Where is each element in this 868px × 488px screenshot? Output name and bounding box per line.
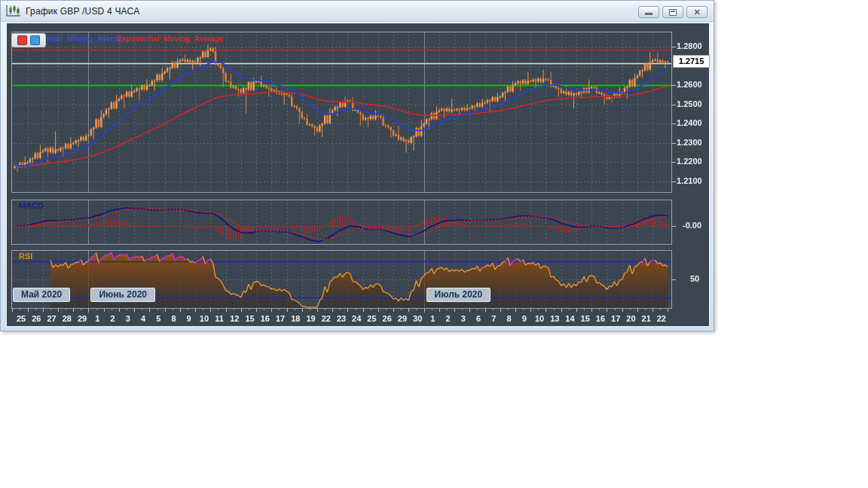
x-axis-label: 3 <box>126 314 130 323</box>
x-axis-label: 22 <box>322 314 331 323</box>
x-axis-label: 15 <box>581 314 590 323</box>
month-label: Июль 2020 <box>426 288 491 302</box>
minimize-button[interactable] <box>638 6 659 18</box>
x-axis-label: 12 <box>230 314 239 323</box>
x-axis-label: 20 <box>626 314 635 323</box>
window-title: График GBP /USD 4 ЧАСА <box>26 6 139 17</box>
x-axis-label: 30 <box>413 314 422 323</box>
chart-client-area: Exponential_Moving_Average Exponential_M… <box>6 23 710 327</box>
x-axis-label: 2 <box>110 314 115 323</box>
x-axis-label: 16 <box>261 314 270 323</box>
price-axis-label: 1.2500 <box>677 99 702 108</box>
x-axis-label: 4 <box>141 314 145 323</box>
x-axis-label: 29 <box>78 314 87 323</box>
red-square-button[interactable] <box>17 35 27 45</box>
x-axis-label: 17 <box>276 314 285 323</box>
legend-ema-slow: Exponential_Moving_Average <box>117 35 224 43</box>
price-axis-label: 1.2300 <box>677 138 702 147</box>
x-axis-label: 19 <box>306 314 315 323</box>
x-axis-label: 14 <box>565 314 574 323</box>
chart-canvas[interactable] <box>7 23 709 326</box>
x-axis-label: 26 <box>383 314 392 323</box>
x-axis-label: 17 <box>611 314 620 323</box>
x-axis-label: 15 <box>245 314 254 323</box>
x-axis-label: 25 <box>17 314 26 323</box>
maximize-button[interactable] <box>662 6 683 18</box>
x-axis-label: 18 <box>291 314 300 323</box>
x-axis-label: 5 <box>156 314 160 323</box>
x-axis-label: 21 <box>642 314 651 323</box>
rsi-label: RSI <box>19 252 32 261</box>
month-label: Май 2020 <box>13 288 70 302</box>
x-axis-label: 25 <box>367 314 376 323</box>
x-axis-label: 9 <box>187 314 191 323</box>
x-axis-label: 1 <box>430 314 435 323</box>
x-axis-label: 6 <box>476 314 481 323</box>
x-axis-label: 10 <box>535 314 544 323</box>
minimize-icon <box>645 13 653 15</box>
x-axis-label: 26 <box>32 314 41 323</box>
maximize-icon <box>669 9 677 16</box>
title-bar[interactable]: График GBP /USD 4 ЧАСА ✕ <box>1 1 714 22</box>
price-axis-label: 1.2200 <box>677 157 702 166</box>
candlestick-chart-icon <box>6 5 21 17</box>
macd-axis-label: -0.00 <box>683 221 701 230</box>
x-axis-label: 27 <box>47 314 56 323</box>
x-axis-label: 24 <box>352 314 361 323</box>
x-axis-label: 13 <box>550 314 559 323</box>
macd-label: MACD <box>19 201 44 210</box>
x-axis-label: 7 <box>491 314 496 323</box>
x-axis-label: 16 <box>596 314 605 323</box>
x-axis-label: 22 <box>657 314 666 323</box>
legend-toolbar <box>11 33 46 47</box>
x-axis-label: 8 <box>171 314 176 323</box>
chart-window: График GBP /USD 4 ЧАСА ✕ Exponential_Mov… <box>0 0 714 331</box>
x-axis-label: 10 <box>200 314 209 323</box>
x-axis-label: 3 <box>461 314 466 323</box>
price-axis-label: 1.2600 <box>677 80 702 89</box>
month-label: Июнь 2020 <box>90 288 155 302</box>
close-icon: ✕ <box>693 8 700 17</box>
x-axis-label: 29 <box>398 314 407 323</box>
x-axis-label: 11 <box>215 314 224 323</box>
rsi-axis-label: 50 <box>690 274 699 283</box>
close-button[interactable]: ✕ <box>686 6 708 18</box>
x-axis-label: 2 <box>446 314 451 323</box>
current-price-label: 1.2715 <box>673 55 710 68</box>
x-axis-label: 28 <box>63 314 72 323</box>
price-axis-label: 1.2100 <box>677 176 702 185</box>
blue-square-button[interactable] <box>30 35 40 45</box>
x-axis-label: 23 <box>337 314 346 323</box>
x-axis-label: 1 <box>95 314 99 323</box>
x-axis-label: 8 <box>506 314 511 323</box>
price-axis-label: 1.2800 <box>677 41 702 50</box>
price-axis-label: 1.2400 <box>677 118 702 127</box>
x-axis-label: 9 <box>522 314 527 323</box>
